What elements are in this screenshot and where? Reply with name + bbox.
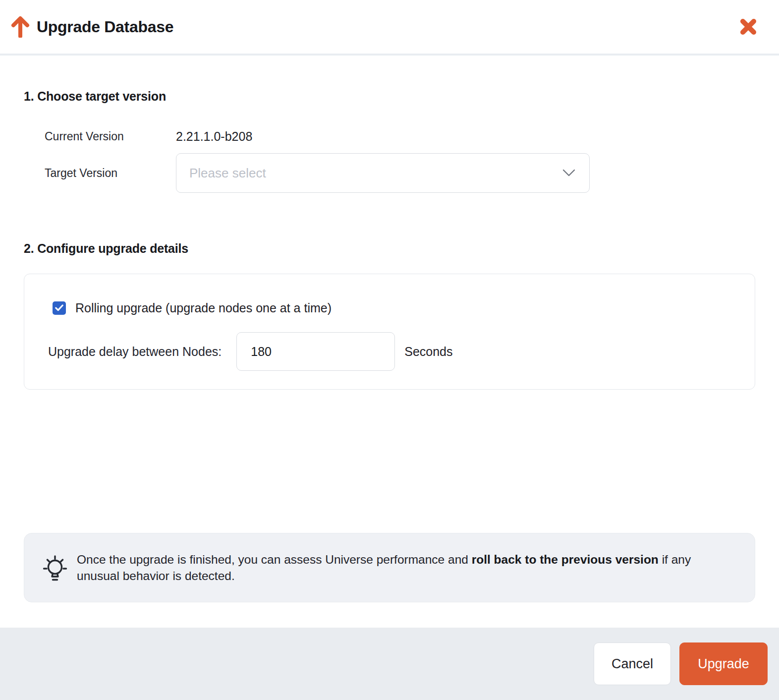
target-version-select[interactable]: Please select <box>176 153 590 193</box>
rolling-upgrade-checkbox[interactable] <box>53 301 66 315</box>
target-version-placeholder: Please select <box>189 166 561 181</box>
modal-body: 1. Choose target version Current Version… <box>0 89 779 602</box>
tip-text: Once the upgrade is finished, you can as… <box>77 551 736 584</box>
upgrade-config-panel: Rolling upgrade (upgrade nodes one at a … <box>24 274 755 390</box>
rolling-upgrade-label[interactable]: Rolling upgrade (upgrade nodes one at a … <box>75 301 332 315</box>
target-version-label: Target Version <box>45 167 176 180</box>
modal-header: Upgrade Database <box>0 0 779 56</box>
upgrade-delay-row: Upgrade delay between Nodes: Seconds <box>48 332 755 371</box>
current-version-value: 2.21.1.0-b208 <box>176 129 252 144</box>
upgrade-button[interactable]: Upgrade <box>679 642 768 685</box>
upgrade-delay-unit: Seconds <box>404 345 452 359</box>
chevron-down-icon <box>561 168 576 178</box>
lightbulb-icon <box>37 549 73 586</box>
upgrade-delay-label: Upgrade delay between Nodes: <box>48 345 222 359</box>
tip-text-before: Once the upgrade is finished, you can as… <box>77 553 472 566</box>
current-version-label: Current Version <box>45 130 176 143</box>
tip-banner: Once the upgrade is finished, you can as… <box>24 533 755 602</box>
checkmark-icon <box>55 304 63 311</box>
page-title: Upgrade Database <box>37 18 173 36</box>
upgrade-arrow-icon <box>11 16 30 38</box>
section-heading-configure: 2. Configure upgrade details <box>24 241 755 256</box>
section-heading-choose-version: 1. Choose target version <box>24 89 755 104</box>
cancel-button[interactable]: Cancel <box>594 642 671 685</box>
modal-footer: Cancel Upgrade <box>0 628 779 700</box>
close-button[interactable] <box>737 16 759 38</box>
rolling-upgrade-row: Rolling upgrade (upgrade nodes one at a … <box>53 299 755 316</box>
current-version-row: Current Version 2.21.1.0-b208 <box>45 128 755 145</box>
close-icon <box>740 18 757 35</box>
upgrade-delay-input[interactable] <box>236 332 395 371</box>
target-version-row: Target Version Please select <box>45 153 755 193</box>
tip-text-bold: roll back to the previous version <box>472 553 659 566</box>
